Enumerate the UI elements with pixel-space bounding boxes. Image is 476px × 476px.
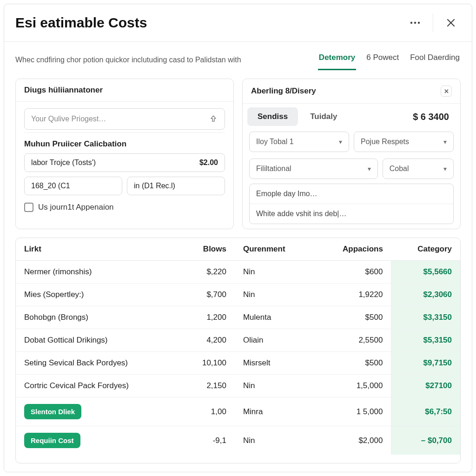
right-panel-header: Aberling 8/Disery ✕ bbox=[243, 79, 460, 104]
table-row[interactable]: Bohobgn (Brongs) 1,200 Mulenta $500 $3,3… bbox=[16, 306, 460, 329]
select-respets-label: Pojue Respets bbox=[361, 138, 409, 146]
list-item[interactable]: Emople day Imo… bbox=[250, 184, 453, 204]
cell-qurenment: Nin bbox=[235, 261, 314, 284]
search-input[interactable]: Your Qulive Priogest… bbox=[24, 108, 225, 130]
amount-display: $ 6 3400 bbox=[413, 112, 456, 122]
cell-appacions: 1,9220 bbox=[314, 284, 391, 306]
list-item[interactable]: White adde vshit ins deb|… bbox=[250, 204, 453, 224]
cell-name: Cortric Cevical Pack Fordyes) bbox=[16, 375, 179, 397]
list-box: Emople day Imo… White adde vshit ins deb… bbox=[249, 184, 454, 224]
cell-blows: 4,200 bbox=[179, 329, 235, 352]
col-qurenment[interactable]: Qurenment bbox=[235, 238, 314, 261]
table-row[interactable]: Dobat Gottical Drikings) 4,200 Oliain 2,… bbox=[16, 329, 460, 352]
subheader-text: Whec cndfiring chor potion quickor inclu… bbox=[15, 56, 309, 64]
table-body: Nermer (rimonshis) $,220 Nin $600 $5,566… bbox=[16, 261, 460, 455]
cell-name: Nermer (rimonshis) bbox=[16, 261, 179, 284]
cell-appacions: 1,5,000 bbox=[314, 375, 391, 397]
field-b[interactable]: in (D1 Rec.l) bbox=[127, 177, 225, 195]
cell-name: Bohobgn (Brongs) bbox=[16, 306, 179, 329]
select-cobal[interactable]: Cobal ▾ bbox=[383, 159, 454, 179]
table-row[interactable]: Slenton Dliek 1,00 Minra 1 5,000 $6,7:50 bbox=[16, 397, 460, 426]
cell-appacions: $600 bbox=[314, 261, 391, 284]
tab-powect[interactable]: 6 Powect bbox=[365, 49, 400, 70]
labor-label: labor Trojce (Tosts') bbox=[31, 159, 96, 167]
cell-qurenment: Minra bbox=[235, 397, 314, 426]
status-badge[interactable]: Slenton Dliek bbox=[24, 404, 81, 419]
left-panel-body: Your Qulive Priogest… Muhun Pruiicer Cal… bbox=[16, 102, 233, 218]
table-row[interactable]: Requiin Cost -9,1 Nin $2,000 – $0,700 bbox=[16, 426, 460, 455]
cell-appacions: $500 bbox=[314, 306, 391, 329]
cell-category: $6,7:50 bbox=[391, 397, 460, 426]
search-placeholder: Your Qulive Priogest… bbox=[31, 115, 106, 123]
cell-qurenment: Nin bbox=[235, 426, 314, 455]
cell-category: $3,3150 bbox=[391, 306, 460, 329]
col-appacions[interactable]: Appacions bbox=[314, 238, 391, 261]
field-a[interactable]: 168_20 (C1 bbox=[24, 177, 122, 195]
cell-qurenment: Misrselt bbox=[235, 352, 314, 375]
table-row[interactable]: Nermer (rimonshis) $,220 Nin $600 $5,566… bbox=[16, 261, 460, 284]
cell-appacions: 1 5,000 bbox=[314, 397, 391, 426]
table-row[interactable]: Cortric Cevical Pack Fordyes) 2,150 Nin … bbox=[16, 375, 460, 397]
upload-icon bbox=[209, 114, 218, 124]
table-row[interactable]: Seting Sevical Back Pordyes) 10,100 Misr… bbox=[16, 352, 460, 375]
left-panel-title: Diugs hüliiannatoner bbox=[16, 79, 233, 102]
chevron-down-icon: ▾ bbox=[368, 165, 371, 172]
panel-close-button[interactable]: ✕ bbox=[441, 86, 452, 97]
status-badge[interactable]: Requiin Cost bbox=[24, 433, 80, 448]
close-button[interactable] bbox=[433, 13, 461, 32]
cell-qurenment: Nin bbox=[235, 284, 314, 306]
tab-detemory[interactable]: Detemory bbox=[318, 49, 356, 70]
cell-appacions: $500 bbox=[314, 352, 391, 375]
cell-name: Mies (Sopertley:) bbox=[16, 284, 179, 306]
cell-blows: 2,150 bbox=[179, 375, 235, 397]
cell-name: Requiin Cost bbox=[16, 426, 179, 455]
cell-category: $27100 bbox=[391, 375, 460, 397]
select-row-2: Fililtational ▾ Cobal ▾ bbox=[243, 157, 460, 184]
select-respets[interactable]: Pojue Respets ▾ bbox=[354, 132, 454, 152]
cell-name: Seting Sevical Back Pordyes) bbox=[16, 352, 179, 375]
table-header-row: Lirkt Blows Qurenment Appacions Category bbox=[16, 238, 460, 261]
cell-qurenment: Oliain bbox=[235, 329, 314, 352]
checkbox[interactable] bbox=[24, 203, 33, 212]
cell-appacions: 2,5500 bbox=[314, 329, 391, 352]
cost-table: Lirkt Blows Qurenment Appacions Category… bbox=[16, 238, 460, 455]
select-tobal[interactable]: Iloy Tobal 1 ▾ bbox=[249, 132, 349, 152]
cell-name: Slenton Dliek bbox=[16, 397, 179, 426]
col-category[interactable]: Category bbox=[391, 238, 460, 261]
table-row[interactable]: Mies (Sopertley:) $,700 Nin 1,9220 $2,30… bbox=[16, 284, 460, 306]
panels-row: Diugs hüliiannatoner Your Qulive Prioges… bbox=[4, 70, 472, 238]
field-a-value: 168_20 (C1 bbox=[31, 182, 70, 190]
checkbox-label: Us journ1t Appenaion bbox=[38, 203, 114, 212]
field-b-value: in (D1 Rec.l) bbox=[134, 182, 175, 190]
cell-blows: $,700 bbox=[179, 284, 235, 306]
tab-tuidaly[interactable]: Tuidaly bbox=[300, 107, 347, 126]
select-filitational[interactable]: Fililtational ▾ bbox=[249, 159, 378, 179]
labor-value: $2.00 bbox=[199, 159, 218, 167]
right-panel: Aberling 8/Disery ✕ Sendiss Tuidaly $ 6 … bbox=[242, 79, 461, 229]
cost-modal: Esi eatimable Costs Whec cndfiring chor … bbox=[4, 4, 472, 472]
more-icon bbox=[410, 21, 420, 24]
svg-point-0 bbox=[410, 22, 412, 24]
tab-sendiss[interactable]: Sendiss bbox=[247, 107, 298, 126]
more-button[interactable] bbox=[401, 13, 429, 32]
col-blows[interactable]: Blows bbox=[179, 238, 235, 261]
chevron-down-icon: ▾ bbox=[443, 165, 447, 172]
chevron-down-icon: ▾ bbox=[339, 138, 342, 145]
inner-tabs: Sendiss Tuidaly $ 6 3400 bbox=[243, 104, 460, 130]
labor-row[interactable]: labor Trojce (Tosts') $2.00 bbox=[24, 153, 225, 172]
select-filitational-label: Fililtational bbox=[256, 165, 291, 173]
checkbox-row[interactable]: Us journ1t Appenaion bbox=[24, 203, 225, 212]
right-panel-title: Aberling 8/Disery bbox=[251, 86, 316, 96]
cell-blows: 1,200 bbox=[179, 306, 235, 329]
cell-blows: 10,100 bbox=[179, 352, 235, 375]
col-lirkt[interactable]: Lirkt bbox=[16, 238, 179, 261]
list-area: Emople day Imo… White adde vshit ins deb… bbox=[243, 184, 460, 229]
tab-daerding[interactable]: Fool Daerding bbox=[409, 49, 461, 70]
cost-table-wrap: Lirkt Blows Qurenment Appacions Category… bbox=[15, 238, 461, 463]
subheader: Whec cndfiring chor potion quickor inclu… bbox=[4, 42, 472, 70]
select-cobal-label: Cobal bbox=[390, 165, 409, 173]
select-tobal-label: Iloy Tobal 1 bbox=[256, 138, 294, 146]
cell-category: – $0,700 bbox=[391, 426, 460, 455]
cell-category: $5,5660 bbox=[391, 261, 460, 284]
cell-qurenment: Mulenta bbox=[235, 306, 314, 329]
